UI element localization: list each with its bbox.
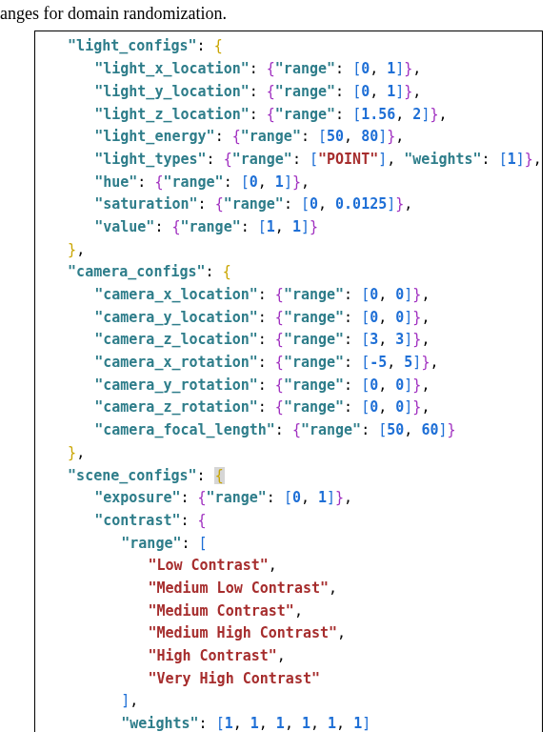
token-braceB: [ <box>301 195 310 213</box>
token-num: 0 <box>370 376 378 394</box>
token-braceB: ] <box>301 218 310 235</box>
token-num: 0 <box>370 309 378 326</box>
code-line[interactable]: "camera_x_location": {"range": [0, 0]}, <box>41 284 540 307</box>
code-line[interactable]: "hue": {"range": [0, 1]}, <box>41 172 540 194</box>
token-braceP: } <box>404 83 412 100</box>
code-line[interactable]: "Low Contrast", <box>41 555 540 578</box>
token-punc: : <box>258 286 275 303</box>
token-key: "weights" <box>121 715 198 732</box>
token-braceB: ] <box>387 195 395 213</box>
token-key: "light_types" <box>94 151 206 168</box>
token-key: "camera_focal_length" <box>94 421 275 438</box>
token-punc: : <box>361 421 378 438</box>
code-line[interactable]: "contrast": { <box>41 510 540 533</box>
token-num: 1 <box>387 83 395 100</box>
token-braceB: [ <box>499 151 508 168</box>
token-num: 3 <box>395 331 404 348</box>
code-line[interactable]: "light_z_location": {"range": [1.56, 2]}… <box>41 104 540 127</box>
code-line[interactable]: ], <box>41 690 540 713</box>
code-line[interactable]: "light_energy": {"range": [50, 80]}, <box>41 126 540 149</box>
token-punc: , <box>76 241 85 258</box>
code-line[interactable]: "light_x_location": {"range": [0, 1]}, <box>41 58 540 81</box>
token-key: "range" <box>301 421 361 438</box>
token-braceB: [ <box>361 376 370 394</box>
token-punc: : <box>241 218 258 235</box>
code-line[interactable]: "camera_configs": { <box>41 261 540 284</box>
code-line[interactable]: "Medium High Contrast", <box>41 622 540 645</box>
token-braceB: [ <box>352 106 361 123</box>
token-punc: : <box>224 173 241 191</box>
token-key: "range" <box>232 151 292 168</box>
token-braceP: { <box>198 512 207 529</box>
token-key: "camera_z_location" <box>94 331 258 348</box>
code-line[interactable]: "camera_z_rotation": {"range": [0, 0]}, <box>41 396 540 419</box>
code-line[interactable]: "light_types": {"range": ["POINT"], "wei… <box>41 149 540 172</box>
code-line[interactable]: "saturation": {"range": [0, 0.0125]}, <box>41 193 540 216</box>
code-line[interactable]: "Medium Contrast", <box>41 600 540 623</box>
token-braceB: [ <box>199 535 208 552</box>
token-key: "range" <box>275 83 335 100</box>
token-punc: , <box>370 60 387 77</box>
code-line[interactable]: "camera_z_location": {"range": [3, 3]}, <box>41 329 540 352</box>
token-braceP: { <box>292 421 301 438</box>
code-line[interactable]: "light_y_location": {"range": [0, 1]}, <box>41 81 540 104</box>
code-line[interactable]: "camera_y_rotation": {"range": [0, 0]}, <box>41 375 540 397</box>
code-line[interactable]: "Very High Contrast" <box>41 668 540 691</box>
token-braceB: ] <box>327 489 335 506</box>
token-braceB: ] <box>404 286 412 303</box>
token-punc: , <box>344 489 352 506</box>
token-key: "range" <box>284 398 344 416</box>
code-line[interactable]: "High Contrast", <box>41 645 540 668</box>
token-punc: : <box>207 151 224 168</box>
token-punc: : <box>199 715 216 732</box>
token-punc: : <box>335 83 352 100</box>
code-line[interactable]: "camera_x_rotation": {"range": [-5, 5]}, <box>41 352 540 375</box>
token-sel: { <box>214 467 225 484</box>
code-line[interactable]: "scene_configs": { <box>41 465 540 488</box>
token-punc: : <box>258 309 275 326</box>
code-line[interactable]: "weights": [1, 1, 1, 1, 1, 1] <box>41 713 540 732</box>
token-braceY: } <box>68 241 76 258</box>
token-punc: , <box>285 715 302 732</box>
token-punc: , <box>412 60 421 77</box>
token-punc: : <box>198 195 215 213</box>
token-key: "range" <box>224 195 284 213</box>
token-key: "light_configs" <box>68 37 196 54</box>
code-line[interactable]: }, <box>41 442 540 465</box>
token-num: 0.0125 <box>335 195 387 213</box>
token-str: "Very High Contrast" <box>148 670 320 687</box>
token-num: 1 <box>353 715 362 732</box>
code-line[interactable]: "light_configs": { <box>41 35 540 58</box>
token-key: "weights" <box>404 151 481 168</box>
token-num: 1.56 <box>361 106 395 123</box>
token-key: "light_energy" <box>94 128 214 145</box>
token-punc: , <box>329 580 337 597</box>
code-line[interactable]: "Medium Low Contrast", <box>41 578 540 600</box>
token-key: "range" <box>275 60 335 77</box>
token-num: 1 <box>302 715 310 732</box>
code-line[interactable]: "camera_y_location": {"range": [0, 0]}, <box>41 307 540 330</box>
token-braceB: [ <box>216 715 225 732</box>
token-punc: : <box>284 195 301 213</box>
token-punc: : <box>335 106 352 123</box>
token-braceB: ] <box>404 398 412 416</box>
code-line[interactable]: "exposure": {"range": [0, 1]}, <box>41 487 540 510</box>
code-line[interactable]: "value": {"range": [1, 1]} <box>41 216 540 239</box>
token-key: "range" <box>284 354 344 371</box>
token-key: "camera_y_location" <box>94 309 258 326</box>
code-line[interactable]: }, <box>41 239 540 262</box>
token-punc: : <box>344 398 361 416</box>
token-key: "range" <box>241 128 301 145</box>
token-braceP: { <box>275 286 284 303</box>
token-punc: , <box>258 173 275 191</box>
code-line[interactable]: "camera_focal_length": {"range": [50, 60… <box>41 419 540 442</box>
token-braceB: [ <box>361 354 370 371</box>
token-num: 5 <box>404 354 412 371</box>
code-editor[interactable]: "light_configs": { "light_x_location": {… <box>34 30 543 732</box>
code-line[interactable]: "range": [ <box>41 533 540 556</box>
token-key: "hue" <box>94 173 137 191</box>
token-braceP: { <box>275 398 284 416</box>
token-num: 1 <box>250 715 259 732</box>
token-punc: : <box>258 398 275 416</box>
token-braceP: { <box>198 489 207 506</box>
